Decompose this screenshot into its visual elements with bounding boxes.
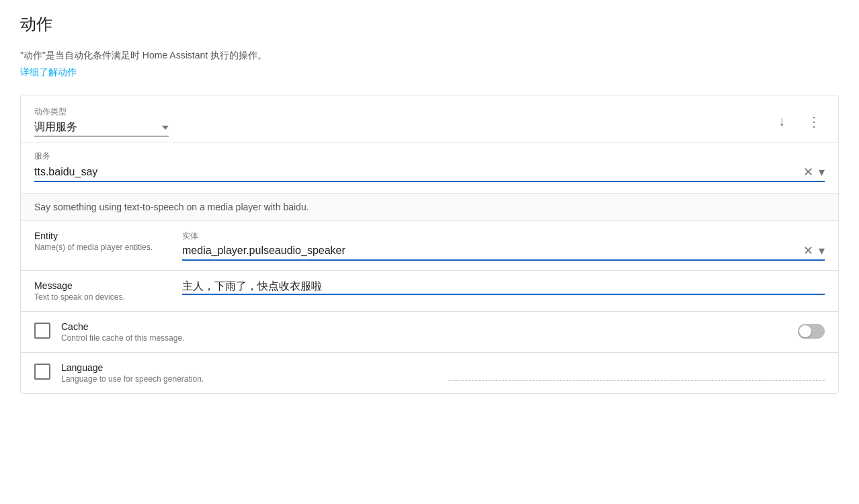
- entity-label-col: Entity Name(s) of media player entities.: [34, 230, 182, 252]
- message-input[interactable]: [182, 280, 825, 292]
- language-name: Language: [61, 362, 438, 373]
- message-label-col: Message Text to speak on devices.: [34, 280, 182, 302]
- message-input-wrapper: [182, 280, 825, 295]
- service-description-row: Say something using text-to-speech on a …: [21, 194, 838, 221]
- cache-toggle-container: [798, 324, 825, 339]
- action-type-chevron-icon[interactable]: [162, 126, 169, 130]
- service-input-icons: ✕ ▾: [803, 165, 825, 179]
- entity-param-row: Entity Name(s) of media player entities.…: [21, 221, 838, 271]
- header-actions: ↓ ⋮: [771, 111, 825, 132]
- entity-param-name: Entity: [34, 230, 182, 241]
- service-description-text: Say something using text-to-speech on a …: [34, 202, 309, 212]
- entity-chevron-icon[interactable]: ▾: [819, 243, 825, 258]
- action-type-select[interactable]: 调用服务: [34, 120, 169, 136]
- page-title: 动作: [20, 13, 839, 35]
- download-icon[interactable]: ↓: [771, 111, 792, 132]
- service-clear-icon[interactable]: ✕: [803, 165, 813, 179]
- service-input[interactable]: [34, 166, 803, 178]
- language-dashed-input[interactable]: [448, 380, 825, 381]
- action-card: 动作类型 调用服务 ↓ ⋮ 服务 ✕ ▾ Say something using…: [20, 95, 839, 394]
- learn-more-link[interactable]: 详细了解动作: [20, 67, 77, 77]
- card-header: 动作类型 调用服务 ↓ ⋮: [21, 95, 838, 142]
- cache-name: Cache: [61, 321, 787, 332]
- service-chevron-icon[interactable]: ▾: [819, 165, 825, 179]
- entity-param-desc: Name(s) of media player entities.: [34, 243, 182, 252]
- language-content: Language Language to use for speech gene…: [61, 362, 438, 384]
- entity-input-icons: ✕ ▾: [803, 243, 825, 258]
- cache-checkbox[interactable]: [34, 323, 50, 339]
- entity-input[interactable]: [182, 245, 803, 257]
- message-param-desc: Text to speak on devices.: [34, 292, 182, 302]
- entity-input-wrapper: ✕ ▾: [182, 243, 825, 261]
- action-type-label: 动作类型: [34, 106, 771, 118]
- cache-content: Cache Control file cache of this message…: [61, 321, 787, 343]
- cache-desc: Control file cache of this message.: [61, 333, 787, 343]
- action-type-value: 调用服务: [34, 120, 162, 134]
- more-vert-icon[interactable]: ⋮: [803, 111, 825, 132]
- entity-input-col: 实体 ✕ ▾: [182, 230, 825, 261]
- message-param-name: Message: [34, 280, 182, 291]
- action-type-section: 动作类型 调用服务: [34, 106, 771, 136]
- service-section: 服务 ✕ ▾: [21, 142, 838, 194]
- language-desc: Language to use for speech generation.: [61, 374, 438, 384]
- message-input-col: [182, 280, 825, 295]
- language-row: Language Language to use for speech gene…: [21, 353, 838, 393]
- cache-toggle[interactable]: [798, 324, 825, 339]
- service-input-wrapper: ✕ ▾: [34, 165, 825, 182]
- cache-row: Cache Control file cache of this message…: [21, 312, 838, 353]
- page-description: "动作"是当自动化条件满足时 Home Assistant 执行的操作。: [20, 48, 839, 62]
- service-label: 服务: [34, 151, 825, 162]
- language-checkbox[interactable]: [34, 364, 50, 380]
- message-param-row: Message Text to speak on devices.: [21, 271, 838, 312]
- entity-zh-label: 实体: [182, 230, 825, 242]
- entity-clear-icon[interactable]: ✕: [803, 243, 813, 258]
